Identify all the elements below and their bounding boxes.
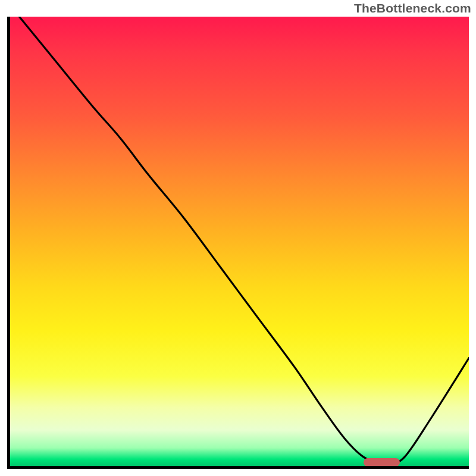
curve-line	[10, 17, 469, 466]
chart-container: TheBottleneck.com	[0, 0, 476, 476]
optimal-range-marker	[364, 458, 400, 466]
plot-area	[7, 17, 469, 469]
watermark-text: TheBottleneck.com	[354, 1, 471, 15]
curve-path	[19, 17, 469, 462]
